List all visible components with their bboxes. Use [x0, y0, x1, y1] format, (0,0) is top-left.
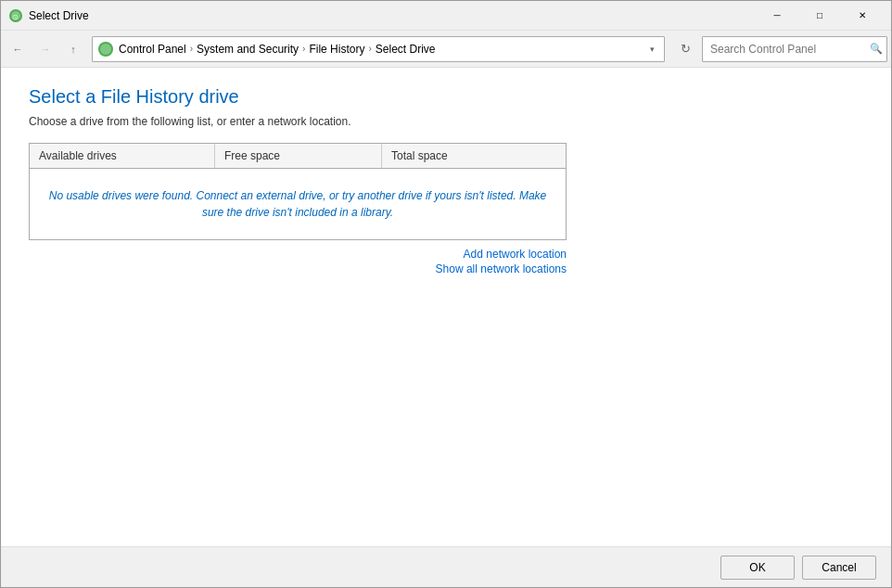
col-header-total: Total space — [382, 144, 566, 168]
col-header-free: Free space — [215, 144, 382, 168]
page-subtitle: Choose a drive from the following list, … — [29, 115, 863, 128]
title-bar: ⊙ Select Drive ─ □ ✕ — [1, 1, 891, 31]
network-links: Add network location Show all network lo… — [29, 248, 567, 277]
breadcrumb-sep-2: › — [302, 44, 305, 54]
breadcrumb-item-control-panel[interactable]: Control Panel — [119, 43, 186, 56]
window-icon: ⊙ — [8, 8, 23, 23]
cancel-button[interactable]: Cancel — [802, 556, 876, 580]
window: ⊙ Select Drive ─ □ ✕ ← → ↑ Control Panel… — [0, 0, 892, 588]
window-controls: ─ □ ✕ — [756, 1, 884, 31]
breadcrumb-sep-3: › — [368, 44, 371, 54]
table-header: Available drives Free space Total space — [30, 144, 566, 169]
search-icon: 🔍 — [870, 43, 883, 55]
svg-text:⊙: ⊙ — [12, 13, 19, 21]
search-input[interactable] — [710, 43, 870, 56]
breadcrumb-item-system-security[interactable]: System and Security — [197, 43, 299, 56]
svg-point-4 — [100, 44, 111, 55]
forward-button[interactable]: → — [32, 36, 58, 62]
ok-button[interactable]: OK — [720, 556, 795, 580]
close-button[interactable]: ✕ — [841, 1, 884, 31]
address-dropdown-button[interactable]: ▾ — [644, 41, 660, 58]
up-button[interactable]: ↑ — [60, 36, 86, 62]
minimize-button[interactable]: ─ — [756, 1, 798, 31]
add-network-location-link[interactable]: Add network location — [464, 248, 567, 261]
back-button[interactable]: ← — [5, 36, 31, 62]
no-drives-message: No usable drives were found. Connect an … — [39, 187, 556, 221]
restore-button[interactable]: □ — [798, 1, 841, 31]
window-title: Select Drive — [29, 9, 756, 22]
nav-bar: ← → ↑ Control Panel › System and Securit… — [1, 31, 891, 68]
show-all-network-locations-link[interactable]: Show all network locations — [436, 262, 567, 275]
footer: OK Cancel — [1, 546, 891, 587]
address-icon — [96, 40, 115, 58]
page-title: Select a File History drive — [29, 86, 863, 108]
breadcrumb-sep-1: › — [190, 44, 193, 54]
table-body: No usable drives were found. Connect an … — [30, 169, 566, 239]
main-content: Select a File History drive Choose a dri… — [1, 68, 891, 546]
col-header-drives: Available drives — [30, 144, 215, 168]
refresh-button[interactable]: ↻ — [672, 36, 698, 62]
breadcrumb-item-select-drive[interactable]: Select Drive — [376, 43, 436, 56]
breadcrumb: Control Panel › System and Security › Fi… — [119, 43, 642, 56]
address-bar: Control Panel › System and Security › Fi… — [92, 36, 665, 62]
breadcrumb-item-file-history[interactable]: File History — [309, 43, 364, 56]
drives-table: Available drives Free space Total space … — [29, 143, 567, 240]
search-box: 🔍 — [702, 36, 887, 62]
